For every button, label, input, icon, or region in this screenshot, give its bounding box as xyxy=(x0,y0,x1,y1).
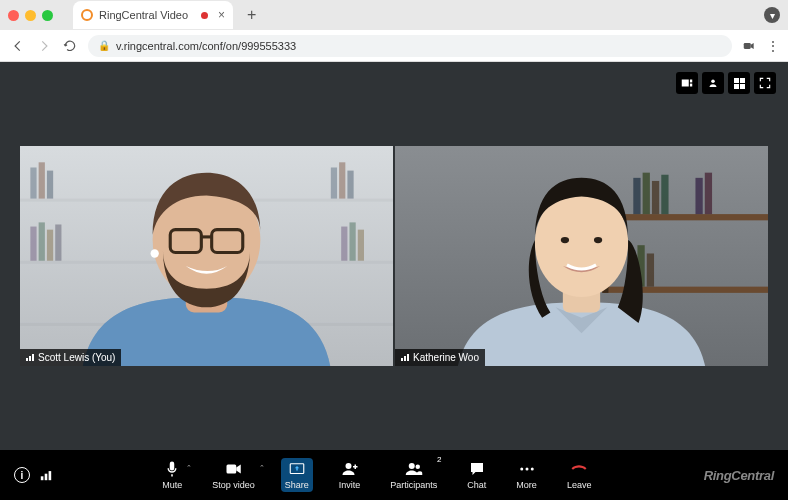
svg-point-44 xyxy=(594,237,602,243)
browser-tab[interactable]: RingCentral Video × xyxy=(73,1,233,29)
svg-rect-37 xyxy=(705,173,712,214)
svg-rect-14 xyxy=(347,171,353,199)
chat-label: Chat xyxy=(467,480,486,490)
share-screen-icon xyxy=(288,460,306,478)
gallery-view-button[interactable] xyxy=(728,72,750,94)
svg-rect-45 xyxy=(226,465,236,474)
hangup-icon xyxy=(570,460,588,478)
more-button[interactable]: More xyxy=(512,458,541,492)
profile-avatar-icon[interactable]: ▾ xyxy=(764,7,780,23)
invite-button[interactable]: Invite xyxy=(335,458,365,492)
recording-indicator-icon xyxy=(201,12,208,19)
svg-point-43 xyxy=(561,237,569,243)
svg-rect-13 xyxy=(339,163,345,199)
participant-name: Scott Lewis (You) xyxy=(38,352,115,363)
network-quality-icon[interactable] xyxy=(41,470,51,480)
participant-name: Katherine Woo xyxy=(413,352,479,363)
svg-point-52 xyxy=(530,468,533,471)
participant-name-tag: Scott Lewis (You) xyxy=(20,349,121,366)
leave-label: Leave xyxy=(567,480,592,490)
video-app: Scott Lewis (You) xyxy=(0,62,788,500)
leave-button[interactable]: Leave xyxy=(563,458,596,492)
svg-rect-35 xyxy=(661,175,668,214)
svg-point-48 xyxy=(409,463,415,469)
url-text: v.ringcentral.com/conf/on/999555333 xyxy=(116,40,296,52)
window-close-dot[interactable] xyxy=(8,10,19,21)
share-button[interactable]: Share xyxy=(281,458,313,492)
svg-rect-17 xyxy=(47,230,53,261)
mute-button[interactable]: ⌃ Mute xyxy=(158,458,186,492)
svg-rect-12 xyxy=(331,168,337,199)
stop-video-label: Stop video xyxy=(212,480,255,490)
invite-icon xyxy=(341,460,359,478)
svg-rect-20 xyxy=(349,223,355,261)
participants-count-badge: 2 xyxy=(437,455,441,464)
bottom-toolbar: i ⌃ Mute ⌃ Stop video Share Invite xyxy=(0,450,788,500)
back-button[interactable] xyxy=(10,38,26,54)
filmstrip-view-button[interactable] xyxy=(676,72,698,94)
svg-rect-0 xyxy=(744,43,751,49)
participant-tile[interactable]: Scott Lewis (You) xyxy=(20,146,393,365)
tab-strip: RingCentral Video × + ▾ xyxy=(0,0,788,30)
svg-point-51 xyxy=(525,468,528,471)
tab-title: RingCentral Video xyxy=(99,9,188,21)
svg-point-4 xyxy=(711,80,715,84)
main-toolbar: ⌃ Mute ⌃ Stop video Share Invite 2 Parti… xyxy=(50,458,704,492)
svg-rect-9 xyxy=(30,168,36,199)
view-controls xyxy=(676,72,776,94)
svg-point-49 xyxy=(415,465,420,470)
chat-icon xyxy=(468,460,486,478)
window-zoom-dot[interactable] xyxy=(42,10,53,21)
browser-menu-button[interactable]: ⋮ xyxy=(766,38,778,54)
svg-rect-32 xyxy=(633,178,640,214)
chat-button[interactable]: Chat xyxy=(463,458,490,492)
svg-rect-19 xyxy=(341,227,347,261)
svg-rect-29 xyxy=(602,215,768,221)
svg-rect-2 xyxy=(690,80,692,83)
reload-button[interactable] xyxy=(62,38,78,54)
svg-point-50 xyxy=(520,468,523,471)
svg-rect-40 xyxy=(647,254,654,287)
caret-icon: ⌃ xyxy=(259,464,265,472)
video-stage: Scott Lewis (You) xyxy=(0,62,788,450)
new-tab-button[interactable]: + xyxy=(247,6,256,24)
fullscreen-button[interactable] xyxy=(754,72,776,94)
signal-icon xyxy=(26,353,34,361)
svg-rect-3 xyxy=(690,84,692,87)
brand-logo: RingCentral xyxy=(704,468,774,483)
microphone-icon xyxy=(163,460,181,478)
caret-icon: ⌃ xyxy=(186,464,192,472)
invite-label: Invite xyxy=(339,480,361,490)
address-bar[interactable]: 🔒 v.ringcentral.com/conf/on/999555333 xyxy=(88,35,732,57)
signal-icon xyxy=(401,353,409,361)
participants-icon xyxy=(405,460,423,478)
mute-label: Mute xyxy=(162,480,182,490)
window-minimize-dot[interactable] xyxy=(25,10,36,21)
svg-rect-33 xyxy=(643,173,650,214)
participant-tile[interactable]: Katherine Woo xyxy=(395,146,768,365)
svg-rect-16 xyxy=(39,223,45,261)
svg-rect-21 xyxy=(358,230,364,261)
share-label: Share xyxy=(285,480,309,490)
video-tiles: Scott Lewis (You) xyxy=(20,146,768,365)
tab-close-icon[interactable]: × xyxy=(218,8,225,22)
svg-rect-15 xyxy=(30,227,36,261)
svg-point-27 xyxy=(151,250,159,258)
more-icon xyxy=(518,460,536,478)
video-feed xyxy=(395,146,768,365)
speaker-view-button[interactable] xyxy=(702,72,724,94)
participants-button[interactable]: 2 Participants xyxy=(386,458,441,492)
forward-button[interactable] xyxy=(36,38,52,54)
svg-point-47 xyxy=(345,463,351,469)
svg-rect-34 xyxy=(652,181,659,214)
svg-rect-36 xyxy=(695,178,702,214)
lock-icon: 🔒 xyxy=(98,40,110,51)
participants-label: Participants xyxy=(390,480,437,490)
video-feed xyxy=(20,146,393,365)
svg-rect-11 xyxy=(47,171,53,199)
camera-icon xyxy=(225,460,243,478)
more-label: More xyxy=(516,480,537,490)
meeting-info-button[interactable]: i xyxy=(14,467,30,483)
stop-video-button[interactable]: ⌃ Stop video xyxy=(208,458,259,492)
camera-permission-icon[interactable] xyxy=(742,39,756,53)
